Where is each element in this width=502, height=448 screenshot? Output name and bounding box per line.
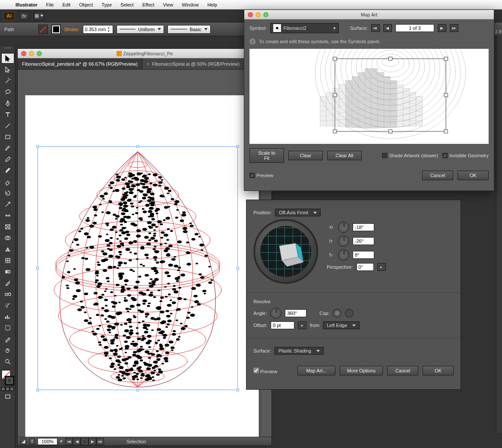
angle-input[interactable]: 360°	[285, 309, 306, 317]
pencil-tool[interactable]	[1, 154, 14, 165]
mapart-ok-button[interactable]: OK	[458, 171, 489, 180]
zoom-level-input[interactable]: 100%	[38, 438, 57, 445]
cancel-button[interactable]: Cancel	[387, 366, 418, 375]
first-surface-button[interactable]: ⏮	[371, 24, 380, 32]
map-art-preview[interactable]	[249, 49, 489, 144]
rotate-x-dial[interactable]	[338, 222, 349, 233]
fill-swatch[interactable]	[38, 25, 48, 34]
mapart-cancel-button[interactable]: Cancel	[422, 171, 453, 180]
rotate-tool[interactable]	[1, 188, 14, 198]
export-icon[interactable]: ⇪	[29, 438, 35, 445]
scale-to-fit-button[interactable]: Scale to Fit	[249, 148, 284, 163]
menu-help[interactable]: Help	[203, 2, 221, 7]
document-titlebar[interactable]: ZeppelingFibonacci_Pe	[18, 49, 272, 58]
stroke-weight-input[interactable]: 0.353 mm ▴▾	[83, 25, 113, 34]
next-surface-button[interactable]: ▶	[438, 24, 446, 32]
lasso-tool[interactable]	[1, 87, 14, 97]
canvas[interactable]	[18, 70, 272, 437]
perspective-slider-button[interactable]: ▸	[377, 263, 386, 271]
last-artboard-button[interactable]: ⏭	[96, 438, 104, 445]
position-dropdown[interactable]: Off-Axis Front	[275, 209, 321, 216]
app-menu[interactable]: Illustrator	[11, 2, 42, 7]
draw-mode-buttons[interactable]	[1, 387, 14, 391]
invisible-geometry-checkbox[interactable]: Invisible Geometry	[442, 153, 489, 158]
eraser-tool[interactable]	[1, 177, 14, 187]
prev-artboard-button[interactable]: ◀	[73, 438, 81, 445]
expand-icon[interactable]: ◢	[20, 438, 26, 445]
rotation-trackball[interactable]	[253, 219, 318, 284]
pen-tool[interactable]	[1, 98, 14, 108]
zoom-tool[interactable]	[1, 356, 14, 367]
rectangle-tool[interactable]	[1, 132, 14, 142]
artboard-number-input[interactable]: 1	[81, 438, 88, 445]
menu-view[interactable]: View	[159, 2, 178, 7]
eyedropper-tool[interactable]	[1, 278, 14, 288]
perspective-input[interactable]: 0°	[357, 263, 374, 271]
cap-on-button[interactable]	[333, 309, 341, 318]
menu-window[interactable]: Window	[177, 2, 203, 7]
next-artboard-button[interactable]: ▶	[88, 438, 96, 445]
perspective-grid-tool[interactable]	[1, 244, 14, 254]
offset-input[interactable]: 0 pt	[271, 321, 294, 329]
menu-edit[interactable]: Edit	[58, 2, 75, 7]
angle-dial[interactable]	[270, 308, 281, 319]
document-tab[interactable]: ×FibonacciSpiral.ai @ 50% (RGB/Preview)	[142, 58, 244, 69]
collapsed-panel-dock[interactable]	[496, 35, 502, 433]
variable-width-profile-dropdown[interactable]: Uniform	[117, 25, 164, 34]
free-transform-tool[interactable]	[1, 222, 14, 232]
line-segment-tool[interactable]	[1, 121, 14, 131]
menu-file[interactable]: File	[42, 2, 58, 7]
selection-tool[interactable]	[1, 53, 14, 64]
scale-tool[interactable]	[1, 199, 14, 210]
menu-object[interactable]: Object	[75, 2, 97, 7]
rotate-y-dial[interactable]	[338, 235, 349, 247]
rotate-z-input[interactable]: 8°	[353, 251, 374, 259]
arrange-documents-button[interactable]: ▦	[34, 12, 44, 20]
menu-effect[interactable]: Effect	[138, 2, 159, 7]
hand-tool[interactable]	[1, 345, 14, 356]
more-options-button[interactable]: More Options	[340, 366, 383, 375]
paintbrush-tool[interactable]	[1, 143, 14, 153]
preview-checkbox[interactable]: Preview	[253, 368, 277, 374]
screen-mode-button[interactable]	[1, 391, 14, 402]
shape-builder-tool[interactable]	[1, 233, 14, 243]
document-tab[interactable]: FibonacciSpiral_pendant.ai* @ 66.67% (RG…	[18, 58, 142, 69]
stroke-swatch[interactable]	[51, 25, 61, 34]
clear-all-button[interactable]: Clear All	[327, 151, 362, 160]
blob-brush-tool[interactable]	[1, 165, 14, 176]
last-surface-button[interactable]: ⏭	[450, 24, 458, 32]
gradient-tool[interactable]	[1, 267, 14, 277]
bridge-button[interactable]: Br	[19, 12, 29, 20]
brush-definition-dropdown[interactable]: Basic	[167, 25, 211, 34]
menu-type[interactable]: Type	[97, 2, 116, 7]
direct-selection-tool[interactable]	[1, 64, 14, 75]
rotate-x-input[interactable]: -18°	[353, 223, 374, 231]
first-artboard-button[interactable]: ⏮	[65, 438, 73, 445]
type-tool[interactable]	[1, 109, 14, 120]
mesh-tool[interactable]	[1, 255, 14, 266]
width-tool[interactable]	[1, 210, 14, 221]
rotate-y-input[interactable]: -26°	[353, 237, 374, 245]
symbol-dropdown[interactable]: Fibonacci2 ▾	[270, 23, 339, 33]
menu-select[interactable]: Select	[116, 2, 138, 7]
mapart-preview-checkbox[interactable]: Preview	[249, 173, 273, 178]
rotate-z-dial[interactable]	[338, 249, 349, 261]
offset-slider-button[interactable]: ▸	[298, 321, 306, 329]
close-icon[interactable]: ×	[147, 61, 149, 67]
prev-surface-button[interactable]: ◀	[383, 24, 392, 32]
selection-bounding-box[interactable]	[38, 146, 238, 390]
slice-tool[interactable]	[1, 334, 14, 344]
cap-off-button[interactable]	[345, 309, 354, 318]
map-art-button[interactable]: Map Art...	[297, 366, 335, 375]
ok-button[interactable]: OK	[423, 366, 454, 375]
blend-tool[interactable]	[1, 289, 14, 299]
surface-index-display[interactable]: 1 of 3	[395, 24, 434, 32]
surface-dropdown[interactable]: Plastic Shading	[275, 347, 324, 355]
symbol-sprayer-tool[interactable]	[1, 300, 14, 311]
column-graph-tool[interactable]	[1, 311, 14, 322]
stroke-label[interactable]: Stroke:	[64, 27, 79, 32]
from-edge-dropdown[interactable]: Left Edge	[323, 321, 360, 329]
artboard-tool[interactable]	[1, 323, 14, 333]
clear-button[interactable]: Clear	[288, 151, 323, 160]
shade-artwork-checkbox[interactable]: Shade Artwork (slower)	[382, 153, 438, 158]
